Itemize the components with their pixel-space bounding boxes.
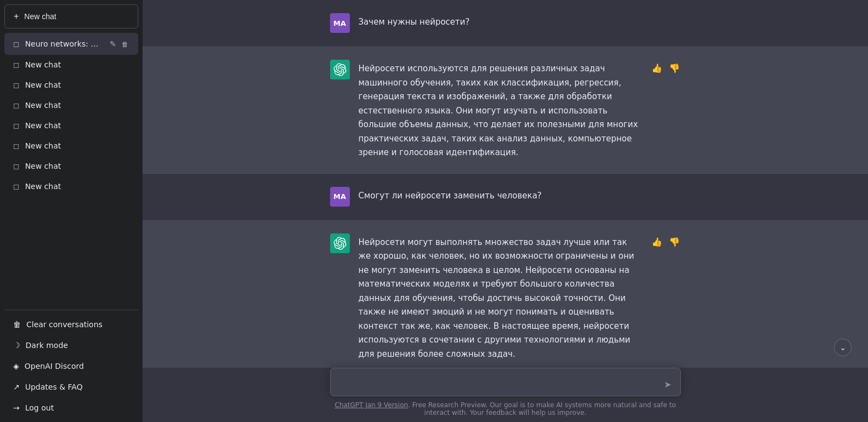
logout-icon: → [13,403,20,412]
message-content: Нейросети могут выполнять множество зада… [308,233,703,362]
message-text: Зачем нужны нейросети? [359,13,681,30]
send-button[interactable] [661,378,674,391]
thumbdown-icon: 👎 [669,64,680,73]
send-icon [664,379,671,390]
avatar: MA [330,13,350,33]
input-inner: ChatGPT Jan 9 Version. Free Research Pre… [308,368,703,422]
message-content: MA Смогут ли нейросети заменить человека… [308,187,703,207]
logout-button[interactable]: → Log out [4,398,138,418]
footer-description: . Free Research Preview. Our goal is to … [408,401,676,417]
openai-logo-icon [333,63,347,76]
delete-icon [122,40,128,48]
active-chat-item[interactable]: Neuro networks: purpos [4,33,138,55]
chat-item-label: New chat [25,60,61,69]
chatgpt-version-link[interactable]: ChatGPT Jan 9 Version [335,401,409,409]
message-row: MA Смогут ли нейросети заменить человека… [143,174,868,220]
chat-item-label: New chat [25,101,61,110]
sidebar-bottom: 🗑 Clear conversations ☽ Dark mode ◈ Open… [4,310,138,418]
message-content: MA Зачем нужны нейросети? [308,13,703,33]
updates-faq-button[interactable]: ↗ Updates & FAQ [4,377,138,397]
list-item[interactable]: New chat [4,116,138,135]
edit-chat-button[interactable] [109,38,117,49]
active-chat-label: Neuro networks: purpos [25,39,103,48]
list-item[interactable]: New chat [4,156,138,176]
input-container: ChatGPT Jan 9 Version. Free Research Pre… [143,368,868,422]
updates-label: Updates & FAQ [25,383,83,391]
chat-icon [13,101,20,110]
discord-icon: ◈ [13,362,19,370]
thumbdown-button[interactable]: 👎 [668,62,681,75]
list-item[interactable]: New chat [4,95,138,115]
discord-button[interactable]: ◈ OpenAI Discord [4,356,138,376]
message-row: Нейросети могут выполнять множество зада… [143,220,868,368]
message-actions: 👍 👎 [650,60,681,75]
chat-icon [13,141,20,150]
plus-icon [14,12,19,21]
clear-conversations-label: Clear conversations [26,320,103,329]
openai-logo-icon [333,237,347,250]
clear-conversations-button[interactable]: 🗑 Clear conversations [4,315,138,334]
avatar [330,233,350,253]
message-row: MA Зачем нужны нейросети? [143,0,868,47]
chat-item-label: New chat [25,162,61,170]
thumbup-icon: 👍 [651,64,662,73]
message-text: Смогут ли нейросети заменить человека? [359,187,681,203]
chat-list: New chat New chat New chat New chat New … [4,55,138,310]
delete-chat-button[interactable] [121,38,129,49]
chat-icon [13,60,20,69]
new-chat-button[interactable]: New chat [4,4,138,28]
message-row: Нейросети используются для решения разли… [143,47,868,174]
logout-label: Log out [25,403,54,412]
list-item[interactable]: New chat [4,136,138,156]
list-item[interactable]: New chat [4,75,138,95]
dark-mode-label: Dark mode [26,341,68,350]
chevron-down-icon: ⌄ [839,343,846,352]
message-text: Нейросети могут выполнять множество зада… [359,233,642,362]
chat-icon [13,162,20,170]
thumbup-icon: 👍 [651,237,662,247]
message-content: Нейросети используются для решения разли… [308,60,703,160]
footer-text: ChatGPT Jan 9 Version. Free Research Pre… [330,398,681,422]
thumbup-button[interactable]: 👍 [650,62,663,75]
list-item[interactable]: New chat [4,176,138,196]
dark-mode-button[interactable]: ☽ Dark mode [4,335,138,355]
message-actions: 👍 👎 [650,233,681,248]
link-icon: ↗ [13,383,20,391]
avatar-text: MA [333,192,346,201]
chat-icon [13,81,20,89]
chat-icon [13,121,20,130]
avatar-text: MA [333,19,346,27]
new-chat-label: New chat [24,12,56,21]
main-content: MA Зачем нужны нейросети? Нейросети испо… [143,0,868,422]
chat-item-actions [109,38,129,49]
discord-label: OpenAI Discord [25,362,84,370]
list-item[interactable]: New chat [4,55,138,75]
chat-icon [13,182,20,191]
avatar: MA [330,187,350,207]
thumbup-button[interactable]: 👍 [650,236,663,248]
chat-item-label: New chat [25,182,61,191]
input-box-wrapper [330,368,681,398]
messages-area: MA Зачем нужны нейросети? Нейросети испо… [143,0,868,368]
moon-icon: ☽ [13,341,20,350]
chat-icon [13,39,20,48]
message-text: Нейросети используются для решения разли… [359,60,642,160]
chat-item-label: New chat [25,121,61,130]
avatar [330,60,350,79]
chat-item-label: New chat [25,141,61,150]
scroll-down-button[interactable]: ⌄ [834,339,852,356]
chat-input[interactable] [330,368,681,396]
trash-icon: 🗑 [13,320,21,329]
sidebar: New chat Neuro networks: purpos New chat… [0,0,143,422]
chat-item-label: New chat [25,81,61,89]
thumbdown-icon: 👎 [669,237,680,247]
thumbdown-button[interactable]: 👎 [668,236,681,248]
edit-icon [110,40,116,48]
